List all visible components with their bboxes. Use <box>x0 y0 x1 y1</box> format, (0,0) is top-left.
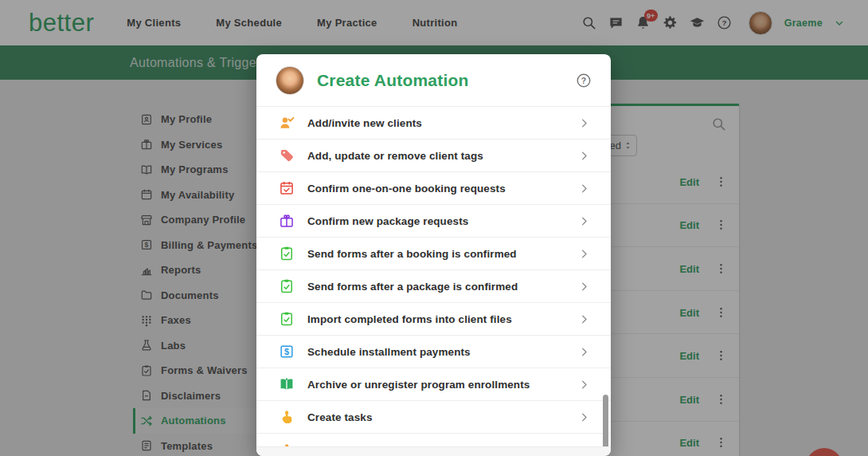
automation-option-send-forms-after-a-package-is-confirmed[interactable]: Send forms after a package is confirmed <box>256 270 611 303</box>
automation-option-send-forms-after-a-booking-is-confirmed[interactable]: Send forms after a booking is confirmed <box>256 238 611 270</box>
automation-option-icon <box>279 311 298 327</box>
modal-help-icon[interactable]: ? <box>576 73 592 88</box>
svg-text:?: ? <box>581 76 586 85</box>
automation-option-label: Confirm new package requests <box>307 215 468 227</box>
automation-option-icon <box>279 376 298 392</box>
automation-option-label: Import completed forms into client files <box>307 313 512 325</box>
automation-option-create-tasks[interactable]: Create tasks <box>256 401 611 434</box>
automation-option-import-completed-forms-into-client-files[interactable]: Import completed forms into client files <box>256 303 611 336</box>
automation-option-label: Send forms after a package is confirmed <box>307 281 518 293</box>
automation-option-icon <box>279 147 298 163</box>
create-automation-modal: Create Automation ? Add/invite new clien… <box>256 54 611 456</box>
automation-option-icon <box>279 246 298 261</box>
app-root: better My ClientsMy ScheduleMy PracticeN… <box>0 0 868 456</box>
chevron-right-icon <box>578 215 590 227</box>
automation-option-label: Confirm one-on-one booking requests <box>307 183 506 195</box>
chevron-right-icon <box>578 183 590 195</box>
chevron-right-icon <box>578 313 590 325</box>
automation-option-icon <box>279 115 298 131</box>
automation-option-archive-or-unregister-program-enrollments[interactable]: Archive or unregister program enrollment… <box>256 368 611 401</box>
svg-text:$: $ <box>284 347 289 356</box>
modal-title: Create Automation <box>317 71 563 90</box>
chevron-right-icon <box>578 248 590 260</box>
automation-option-schedule-installment-payments[interactable]: $ Schedule installment payments <box>256 336 611 368</box>
automation-option-label: Send forms after a booking is confirmed <box>307 248 517 260</box>
chevron-right-icon <box>578 117 590 129</box>
automation-option-icon <box>279 180 298 196</box>
automation-option-icon <box>279 278 298 294</box>
automation-option-add-invite-new-clients[interactable]: Add/invite new clients <box>256 107 611 140</box>
automation-option-icon <box>279 213 298 229</box>
chevron-right-icon <box>578 346 590 358</box>
automation-option-confirm-one-on-one-booking-requests[interactable]: Confirm one-on-one booking requests <box>256 172 611 205</box>
modal-footer <box>256 446 611 456</box>
avatar <box>276 66 304 95</box>
automation-option-label: Add, update or remove client tags <box>307 150 483 162</box>
automation-options: Add/invite new clients Add, update or re… <box>256 107 611 456</box>
chevron-right-icon <box>578 150 590 162</box>
automation-option-confirm-new-package-requests[interactable]: Confirm new package requests <box>256 205 611 238</box>
chevron-right-icon <box>578 379 590 391</box>
automation-option-add-update-or-remove-client-tags[interactable]: Add, update or remove client tags <box>256 140 611 172</box>
modal-header: Create Automation ? <box>256 54 611 107</box>
automation-option-icon <box>279 409 298 425</box>
chevron-right-icon <box>578 281 590 293</box>
automation-option-icon: $ <box>279 344 298 360</box>
automation-option-label: Archive or unregister program enrollment… <box>307 379 530 391</box>
chevron-right-icon <box>578 411 590 423</box>
automation-option-label: Schedule installment payments <box>307 346 471 358</box>
automation-option-label: Add/invite new clients <box>307 117 422 129</box>
automation-option-label: Create tasks <box>307 411 373 423</box>
